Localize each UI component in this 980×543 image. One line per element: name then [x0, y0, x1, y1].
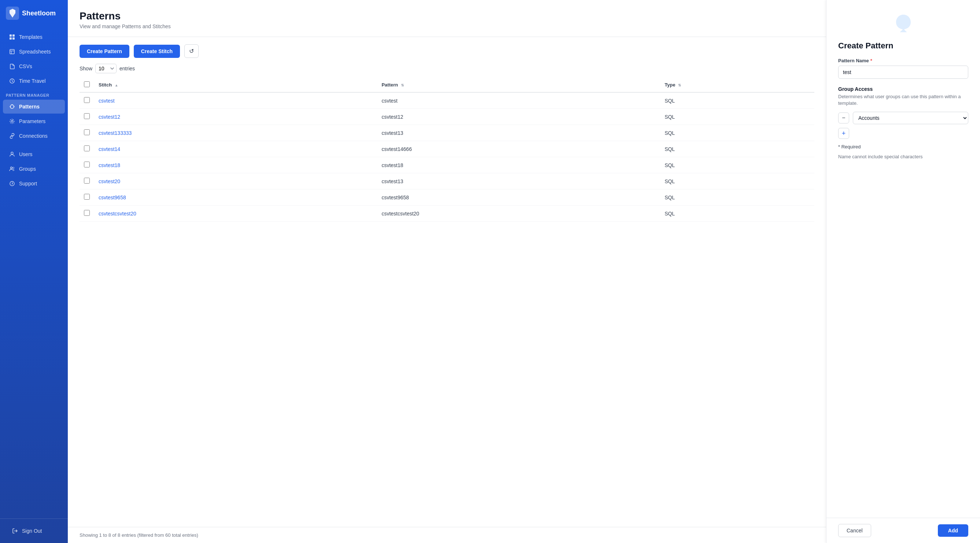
main-content: Patterns View and manage Patterns and St… — [68, 0, 826, 543]
remove-group-button[interactable]: − — [838, 113, 849, 124]
sheetloom-logo-icon — [6, 6, 19, 20]
sign-out-button[interactable]: Sign Out — [6, 524, 62, 538]
sidebar-item-users-label: Users — [19, 151, 33, 157]
sidebar-item-patterns[interactable]: Patterns — [3, 100, 65, 114]
svg-rect-1 — [10, 35, 12, 37]
stitch-link-1[interactable]: csvtest12 — [99, 114, 120, 120]
stitch-link-3[interactable]: csvtest14 — [99, 146, 120, 152]
required-note: * Required — [838, 144, 968, 149]
row-checkbox-cell — [80, 189, 94, 206]
entries-per-page-select[interactable]: 10 25 50 100 — [95, 64, 116, 73]
svg-rect-2 — [13, 35, 15, 37]
stitch-column-header[interactable]: Stitch ▲ — [94, 78, 377, 92]
pattern-name-input[interactable] — [838, 65, 968, 79]
row-checkbox-5[interactable] — [84, 178, 90, 184]
add-button[interactable]: Add — [938, 524, 968, 537]
svg-point-17 — [901, 20, 905, 25]
stitch-link-2[interactable]: csvtest133333 — [99, 130, 132, 136]
users-icon — [9, 166, 15, 172]
stitch-link-4[interactable]: csvtest18 — [99, 162, 120, 168]
sidebar-item-groups[interactable]: Groups — [3, 162, 65, 176]
table-footer-text: Showing 1 to 8 of 8 entries (filtered fr… — [80, 532, 198, 538]
row-checkbox-1[interactable] — [84, 113, 90, 119]
toolbar: Create Pattern Create Stitch ↺ — [68, 37, 826, 64]
row-checkbox-cell — [80, 157, 94, 173]
stitch-sort-icon: ▲ — [115, 83, 118, 87]
pattern-cell: csvtest12 — [377, 109, 660, 125]
user-icon — [9, 151, 15, 157]
spreadsheet-icon — [9, 48, 15, 55]
sidebar-item-time-travel[interactable]: Time Travel — [3, 74, 65, 88]
select-all-checkbox[interactable] — [84, 81, 90, 87]
type-cell: SQL — [660, 125, 815, 141]
sign-out-icon — [12, 528, 18, 534]
sidebar-item-time-travel-label: Time Travel — [19, 78, 46, 84]
pattern-cell: csvtest — [377, 92, 660, 109]
svg-point-10 — [14, 106, 15, 107]
plus-icon: + — [842, 130, 846, 137]
panel-title: Create Pattern — [838, 41, 968, 51]
page-subtitle: View and manage Patterns and Stitches — [80, 24, 815, 29]
select-all-header — [80, 78, 94, 92]
type-column-header[interactable]: Type ⇅ — [660, 78, 815, 92]
row-checkbox-3[interactable] — [84, 146, 90, 151]
sidebar-item-connections[interactable]: Connections — [3, 129, 65, 143]
sidebar-item-support-label: Support — [19, 181, 37, 186]
cancel-button[interactable]: Cancel — [838, 524, 871, 537]
page-title: Patterns — [80, 10, 815, 22]
row-checkbox-4[interactable] — [84, 162, 90, 167]
sidebar-item-users[interactable]: Users — [3, 147, 65, 161]
sidebar-item-templates[interactable]: Templates — [3, 30, 65, 44]
gear-icon — [9, 118, 15, 125]
stitch-link-5[interactable]: csvtest20 — [99, 178, 120, 184]
stitch-link-6[interactable]: csvtest9658 — [99, 195, 126, 200]
refresh-icon: ↺ — [189, 48, 194, 55]
pattern-cell: csvtest18 — [377, 157, 660, 173]
pattern-cell: csvtest9658 — [377, 189, 660, 206]
required-star: * — [870, 58, 872, 64]
sidebar-item-csvs[interactable]: CSVs — [3, 59, 65, 73]
group-select[interactable]: Accounts — [853, 112, 968, 124]
row-checkbox-2[interactable] — [84, 129, 90, 135]
svg-point-14 — [11, 167, 13, 169]
type-cell: SQL — [660, 141, 815, 157]
stitch-link-7[interactable]: csvtestcsvtest20 — [99, 211, 136, 216]
sidebar-item-support[interactable]: Support — [3, 176, 65, 191]
row-checkbox-cell — [80, 92, 94, 109]
svg-point-11 — [10, 106, 11, 107]
sign-out-label: Sign Out — [22, 528, 42, 534]
panel-footer: Cancel Add — [826, 518, 980, 543]
pattern-name-field-group: Pattern Name * — [838, 58, 968, 86]
sidebar-logo[interactable]: Sheetloom — [0, 0, 68, 26]
row-checkbox-cell — [80, 109, 94, 125]
sidebar-item-parameters[interactable]: Parameters — [3, 114, 65, 128]
panel-top-icon-area — [826, 0, 980, 41]
pattern-column-header[interactable]: Pattern ⇅ — [377, 78, 660, 92]
pattern-name-label: Pattern Name * — [838, 58, 968, 64]
sidebar-item-spreadsheets[interactable]: Spreadsheets — [3, 45, 65, 59]
row-checkbox-7[interactable] — [84, 210, 90, 216]
row-checkbox-0[interactable] — [84, 97, 90, 103]
file-icon — [9, 63, 15, 70]
create-stitch-button[interactable]: Create Stitch — [134, 45, 180, 58]
table-header-row: Stitch ▲ Pattern ⇅ Type ⇅ — [80, 78, 815, 92]
refresh-button[interactable]: ↺ — [185, 44, 199, 58]
table-row: csvtest12 csvtest12 SQL — [80, 109, 815, 125]
stitch-cell: csvtest14 — [94, 141, 377, 157]
sidebar-item-parameters-label: Parameters — [19, 118, 45, 124]
create-pattern-button[interactable]: Create Pattern — [80, 45, 129, 58]
svg-point-13 — [11, 152, 13, 154]
pattern-cell: csvtestcsvtest20 — [377, 206, 660, 222]
stitch-link-0[interactable]: csvtest — [99, 98, 115, 104]
entries-label: entries — [119, 65, 135, 71]
pattern-cell: csvtest14666 — [377, 141, 660, 157]
row-checkbox-6[interactable] — [84, 194, 90, 200]
table-row: csvtestcsvtest20 csvtestcsvtest20 SQL — [80, 206, 815, 222]
type-cell: SQL — [660, 206, 815, 222]
sidebar: Sheetloom Templates Spreadsheets CSVs Ti… — [0, 0, 68, 543]
table-row: csvtest csvtest SQL — [80, 92, 815, 109]
sidebar-item-patterns-label: Patterns — [19, 104, 40, 110]
group-row: − Accounts — [838, 112, 968, 124]
sidebar-item-spreadsheets-label: Spreadsheets — [19, 49, 51, 55]
add-group-button[interactable]: + — [838, 128, 849, 139]
